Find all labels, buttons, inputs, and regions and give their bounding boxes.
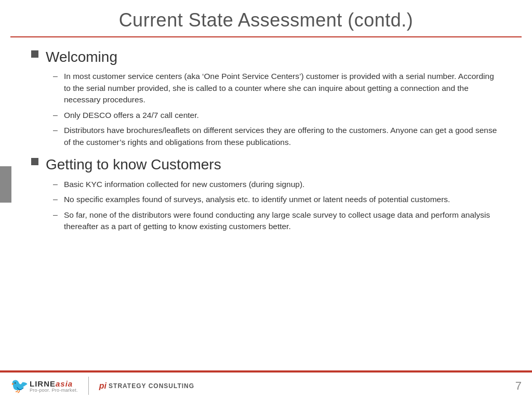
slide: Current State Assessment (contd.) Welcom… xyxy=(0,0,532,399)
sub-bullet-text: Basic KYC information collected for new … xyxy=(64,179,304,190)
page-number: 7 xyxy=(515,379,522,393)
dash-icon: – xyxy=(53,111,58,120)
bullet-square-icon xyxy=(31,50,38,58)
sub-bullet: –So far, none of the distributors were f… xyxy=(53,209,501,233)
sub-bullet: –In most customer service centers (aka ‘… xyxy=(53,71,501,105)
sub-bullet-text: No specific examples found of surveys, a… xyxy=(64,194,450,205)
slide-title: Current State Assessment (contd.) xyxy=(36,9,496,31)
strategy-text: STRATEGY CONSULTING xyxy=(109,382,194,390)
sub-bullet-text: Only DESCO offers a 24/7 call center. xyxy=(64,110,199,121)
main-bullet: Welcoming xyxy=(31,48,501,66)
sub-bullet: –Only DESCO offers a 24/7 call center. xyxy=(53,110,501,121)
pi-text: pi xyxy=(99,381,107,391)
side-accent-decoration xyxy=(0,166,11,203)
bullet-square-icon xyxy=(31,158,38,165)
dash-icon: – xyxy=(53,210,58,220)
bird-icon: 🐦 xyxy=(10,377,29,394)
section-getting-to-know: Getting to know Customers–Basic KYC info… xyxy=(31,155,501,232)
dash-icon: – xyxy=(53,72,58,81)
sub-bullet-text: So far, none of the distributors were fo… xyxy=(64,209,501,233)
lirne-text: LIRNEasia xyxy=(30,379,73,388)
sub-bullets: –Basic KYC information collected for new… xyxy=(53,179,501,233)
asia-text: asia xyxy=(56,379,73,388)
dash-icon: – xyxy=(53,180,58,189)
lirne-logo: 🐦 LIRNEasia Pro-poor. Pro-market. xyxy=(10,377,78,394)
sub-bullet: –Distributors have brochures/leaflets on… xyxy=(53,125,501,148)
sub-bullet-text: Distributors have brochures/leaflets on … xyxy=(64,125,501,148)
main-bullet: Getting to know Customers xyxy=(31,155,501,174)
slide-header: Current State Assessment (contd.) xyxy=(10,0,522,37)
slide-content: Welcoming–In most customer service cente… xyxy=(0,37,532,370)
logo-tagline: Pro-poor. Pro-market. xyxy=(30,388,78,393)
sub-bullets: –In most customer service centers (aka ‘… xyxy=(53,71,501,148)
slide-footer: 🐦 LIRNEasia Pro-poor. Pro-market. pi STR… xyxy=(0,370,532,399)
footer-logos: 🐦 LIRNEasia Pro-poor. Pro-market. pi STR… xyxy=(10,377,194,395)
main-bullet-text: Welcoming xyxy=(46,48,117,66)
dash-icon: – xyxy=(53,195,58,204)
pi-logo: pi STRATEGY CONSULTING xyxy=(99,381,194,391)
sub-bullet: –No specific examples found of surveys, … xyxy=(53,194,501,205)
dash-icon: – xyxy=(53,126,58,135)
main-bullet-text: Getting to know Customers xyxy=(46,155,221,174)
sub-bullet-text: In most customer service centers (aka ‘O… xyxy=(64,71,501,105)
logo-divider xyxy=(88,377,89,395)
section-welcoming: Welcoming–In most customer service cente… xyxy=(31,48,501,148)
sub-bullet: –Basic KYC information collected for new… xyxy=(53,179,501,190)
